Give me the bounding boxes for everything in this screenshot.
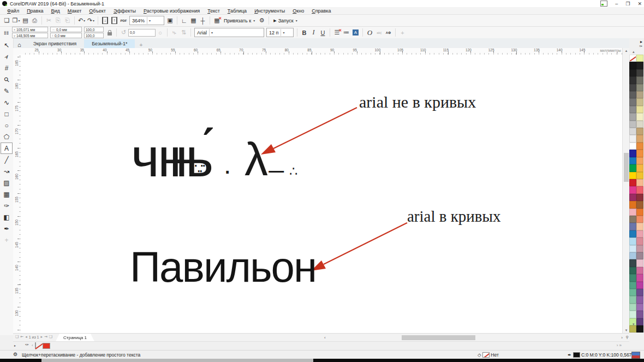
undo-icon[interactable]: ↶▾ [77,16,86,25]
color-swatch[interactable] [636,238,643,245]
color-swatch[interactable] [636,179,643,186]
open-icon[interactable]: ❐▾ [11,16,21,25]
rotate-icon[interactable]: ↺ [119,28,128,37]
cut-icon[interactable]: ✂ [44,16,53,25]
color-swatch[interactable] [629,150,636,157]
paste-icon[interactable]: ⎗ [63,16,72,25]
menu-item-окно[interactable]: Окно [289,8,308,14]
docpalette-eyedropper-icon[interactable]: ✑ [25,342,29,347]
launch-button[interactable]: ▶Запуск▾ [271,18,300,23]
color-swatch[interactable] [636,186,643,193]
edit-text-icon[interactable]: ab| [374,28,384,37]
color-swatch[interactable] [636,150,643,157]
color-swatch[interactable] [636,289,643,296]
menu-item-текст[interactable]: Текст [204,8,224,14]
color-swatch[interactable] [629,325,636,333]
color-swatch[interactable] [636,252,643,259]
text-tool[interactable]: A [1,143,13,154]
freehand-tool[interactable]: ✎ [1,85,12,97]
docpalette-more-icons[interactable]: › » [617,343,622,348]
capture-icon[interactable] [600,1,607,7]
bold-button[interactable]: B [300,28,309,37]
color-swatch[interactable] [636,128,643,135]
ellipse-tool[interactable]: ○ [1,120,12,131]
color-swatch[interactable] [629,245,636,252]
text-options-icon[interactable]: A⚙ [384,28,393,37]
bullets-icon[interactable]: ≔ [342,28,351,37]
color-swatch[interactable] [636,274,643,281]
color-swatch[interactable] [629,121,636,128]
show-grid-icon[interactable]: ▦ [189,16,198,25]
menu-item-макет[interactable]: Макет [64,8,85,14]
text-alignment-icon[interactable]: ☰✕ [332,28,342,37]
color-swatch[interactable] [629,296,636,303]
mesh-fill-tool[interactable]: ▦ [1,188,12,200]
color-swatch[interactable] [636,209,643,216]
color-swatch[interactable] [636,62,643,69]
close-button[interactable]: ✕ [637,1,642,7]
color-swatch[interactable] [629,289,636,296]
color-swatch[interactable] [629,113,636,120]
color-swatch[interactable] [629,186,636,193]
outline-pen-tool[interactable]: ✒ [1,223,12,234]
lock-ratio-icon[interactable] [105,28,114,37]
restore-button[interactable]: ❐ [625,1,630,7]
add-page-icon-2[interactable]: ❏ [49,335,52,339]
color-swatch[interactable] [629,209,636,216]
color-swatch[interactable] [636,143,643,150]
show-guidelines-icon[interactable]: ┼ [198,16,207,25]
document-tab-1[interactable]: Безымянный-1* [84,39,135,48]
print-icon[interactable]: ⎙ [30,16,39,25]
chevron-down-icon[interactable]: ▾ [281,29,286,36]
add-tools-button[interactable]: + [1,234,12,246]
drawing-canvas[interactable]: чнњ́∵∴.λ_∴ Павильон arial не в кривыхari… [21,55,622,333]
export-icon[interactable]: ↑ [110,16,119,25]
menu-item-вид[interactable]: Вид [47,8,64,14]
color-swatch[interactable] [629,311,636,318]
color-swatch[interactable] [629,62,636,69]
horizontal-scroll-thumb[interactable] [402,335,475,340]
object-position-grid-icon[interactable]: ⣿⣿ [2,28,11,37]
docpalette-flyout-icon[interactable]: ▸ [14,343,16,347]
color-swatch[interactable] [629,106,636,113]
hscroll-right-icon[interactable]: › [621,335,623,340]
color-swatch[interactable] [636,121,643,128]
last-page-icon[interactable]: ⇥ [44,335,47,339]
color-swatch[interactable] [629,135,636,142]
chevron-down-icon[interactable]: ▾ [147,17,152,24]
color-swatch[interactable] [629,267,636,274]
minimize-button[interactable]: – [615,1,618,7]
pick-tool[interactable]: ↖ [1,39,12,51]
color-swatch[interactable] [629,223,636,230]
docpalette-color-swatch[interactable] [43,343,50,349]
color-swatch[interactable] [636,172,643,179]
navigator-zoom-icon[interactable]: ⚲ [626,335,629,340]
color-swatch[interactable] [629,282,636,289]
outline-o-icon[interactable]: O [365,28,374,37]
color-swatch[interactable] [629,304,636,311]
snap-to-button[interactable]: Привязать к▾ [222,18,257,23]
docpalette-no-color-swatch[interactable] [35,342,36,348]
color-swatch[interactable] [629,194,636,201]
import-icon[interactable]: ↓ [100,16,110,25]
color-swatch[interactable] [636,84,643,91]
palette-eyedropper-icon[interactable]: ✑ [639,44,642,49]
color-swatch[interactable] [629,230,636,238]
vertical-scroll-thumb[interactable] [624,153,629,182]
menu-item-эффекты[interactable]: Эффекты [110,8,140,14]
hscroll-left-icon[interactable]: ‹ [324,335,326,340]
color-swatch[interactable] [636,201,643,208]
color-swatch[interactable] [629,216,636,223]
color-swatch[interactable] [636,91,643,98]
zoom-tool[interactable]: ⚲ [1,74,12,85]
palette-flyout-icon[interactable]: ▸ [640,39,642,44]
color-swatch[interactable] [629,128,636,135]
color-swatch[interactable] [629,259,636,266]
color-swatch[interactable] [636,223,643,230]
color-swatch[interactable] [629,238,636,245]
object-position-fields-0[interactable]: x105,071 мм [12,27,48,32]
first-page-icon[interactable]: ⇤ [20,335,23,339]
document-color-settings-icon[interactable] [631,352,640,359]
menu-item-файл[interactable]: Файл [3,8,23,14]
snap-off-icon[interactable]: ▦✕ [212,16,222,25]
